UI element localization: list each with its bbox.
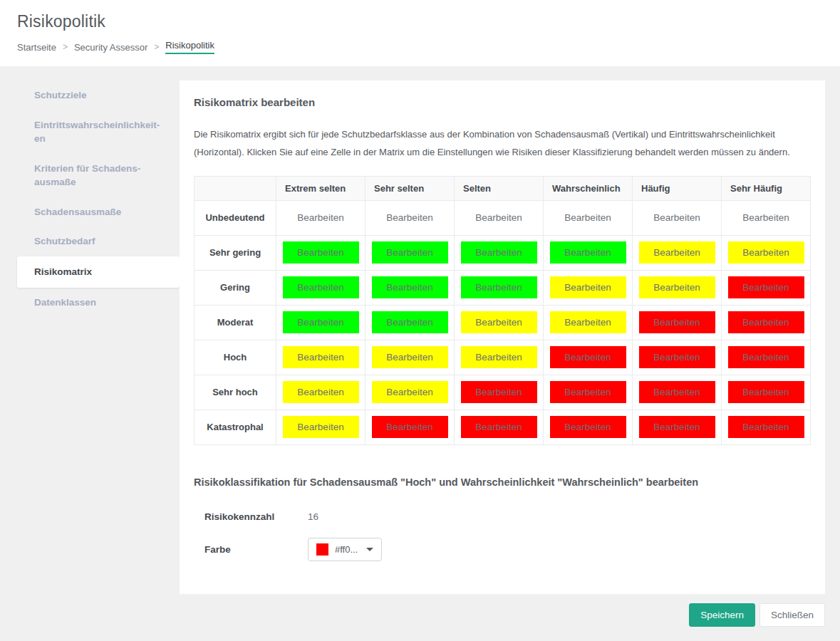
footer-actions: Speichern Schließen [689, 603, 825, 627]
matrix-cell-button[interactable]: Bearbeiten [372, 311, 448, 333]
matrix-col-header-sehr-selten: Sehr selten [365, 176, 455, 200]
matrix-row-label-sehr-gering: Sehr gering [195, 235, 276, 270]
matrix-header-row: Extrem selten Sehr selten Selten Wahrsch… [195, 176, 811, 200]
matrix-cell-button[interactable]: Bearbeiten [372, 381, 448, 403]
matrix-cell-button[interactable]: Bearbeiten [283, 207, 359, 229]
breadcrumb-current-risikopolitik[interactable]: Risikopolitik [165, 40, 214, 54]
color-row: Farbe #ff0... [204, 538, 811, 561]
sidebar-nav: Schutzziele Eintrittswahrscheinlichkeit-… [17, 80, 180, 317]
matrix-cell-button[interactable]: Bearbeiten [728, 346, 804, 368]
breadcrumb-link-security-assessor[interactable]: Security Assessor [74, 42, 147, 53]
close-button[interactable]: Schließen [759, 603, 825, 627]
risk-number-row: Risikokennzahl 16 [204, 508, 811, 526]
sidebar-item-schadensausmasse[interactable]: Schadensausmaße [17, 197, 180, 227]
matrix-cell-button[interactable]: Bearbeiten [372, 207, 448, 229]
matrix-cell-button[interactable]: Bearbeiten [461, 276, 537, 298]
matrix-cell-button[interactable]: Bearbeiten [283, 276, 359, 298]
table-row: Moderat Bearbeiten Bearbeiten Bearbeiten… [195, 305, 811, 340]
save-button[interactable]: Speichern [689, 603, 755, 627]
matrix-row-label-gering: Gering [195, 270, 276, 305]
matrix-col-header-haeufig: Häufig [633, 176, 722, 200]
risk-number-value: 16 [308, 511, 318, 522]
matrix-cell-button[interactable]: Bearbeiten [461, 381, 537, 403]
matrix-corner-cell [195, 176, 276, 200]
matrix-cell-button[interactable]: Bearbeiten [550, 416, 626, 438]
color-dropdown[interactable]: #ff0... [308, 538, 382, 561]
matrix-cell-button[interactable]: Bearbeiten [728, 241, 804, 264]
matrix-row-label-moderat: Moderat [195, 305, 276, 340]
matrix-cell-button[interactable]: Bearbeiten [372, 276, 448, 298]
breadcrumb-link-startseite[interactable]: Startseite [17, 42, 56, 53]
matrix-cell-button[interactable]: Bearbeiten [550, 241, 626, 264]
matrix-cell-button[interactable]: Bearbeiten [461, 311, 537, 333]
sidebar-item-eintrittswahrscheinlichkeiten[interactable]: Eintrittswahrscheinlichkeit- en [17, 110, 180, 154]
matrix-cell-button[interactable]: Bearbeiten [461, 207, 537, 229]
table-row: Hoch Bearbeiten Bearbeiten Bearbeiten Be… [195, 340, 811, 375]
matrix-cell-button[interactable]: Bearbeiten [639, 241, 715, 264]
table-row: Gering Bearbeiten Bearbeiten Bearbeiten … [195, 270, 811, 305]
matrix-cell-button[interactable]: Bearbeiten [639, 276, 715, 298]
matrix-col-header-extrem-selten: Extrem selten [276, 176, 365, 200]
matrix-col-header-sehr-haeufig: Sehr Häufig [722, 176, 811, 200]
matrix-cell-button[interactable]: Bearbeiten [461, 346, 537, 368]
matrix-cell-button[interactable]: Bearbeiten [728, 381, 804, 403]
matrix-cell-button[interactable]: Bearbeiten [728, 416, 804, 438]
table-row: Sehr hoch Bearbeiten Bearbeiten Bearbeit… [195, 375, 811, 410]
breadcrumb-separator: > [63, 42, 68, 52]
matrix-row-label-katastrophal: Katastrophal [195, 410, 276, 444]
chevron-down-icon [366, 548, 373, 551]
breadcrumb-separator: > [154, 42, 159, 52]
classification-heading: Risikoklassifikation für Schadensausmaß … [194, 476, 811, 488]
matrix-cell-button[interactable]: Bearbeiten [372, 241, 448, 264]
sidebar-item-kriterien-schadensausmasse[interactable]: Kriterien für Schadens- ausmaße [17, 154, 180, 197]
matrix-col-header-wahrscheinlich: Wahrscheinlich [544, 176, 633, 200]
content-panel: Risikomatrix bearbeiten Die Risikomatrix… [180, 80, 825, 594]
sidebar-item-schutzziele[interactable]: Schutzziele [17, 80, 180, 110]
sidebar-item-datenklassen[interactable]: Datenklassen [17, 288, 180, 318]
table-row: Unbedeutend Bearbeiten Bearbeiten Bearbe… [195, 200, 811, 235]
matrix-cell-button[interactable]: Bearbeiten [283, 311, 359, 333]
matrix-cell-button[interactable]: Bearbeiten [639, 207, 715, 229]
risk-number-label: Risikokennzahl [204, 511, 308, 522]
sidebar-item-schutzbedarf[interactable]: Schutzbedarf [17, 226, 180, 256]
matrix-cell-button[interactable]: Bearbeiten [550, 276, 626, 298]
section-description: Die Risikomatrix ergibt sich für jede Sc… [194, 125, 811, 162]
page-title: Risikopolitik [17, 12, 823, 31]
page-header: Risikopolitik Startseite > Security Asse… [0, 0, 840, 66]
matrix-col-header-selten: Selten [455, 176, 544, 200]
matrix-cell-button[interactable]: Bearbeiten [550, 381, 626, 403]
table-row: Katastrophal Bearbeiten Bearbeiten Bearb… [195, 410, 811, 444]
matrix-row-label-hoch: Hoch [195, 340, 276, 375]
matrix-cell-button[interactable]: Bearbeiten [550, 346, 626, 368]
matrix-row-label-unbedeutend: Unbedeutend [195, 200, 276, 235]
table-row: Sehr gering Bearbeiten Bearbeiten Bearbe… [195, 235, 811, 270]
matrix-cell-button[interactable]: Bearbeiten [639, 311, 715, 333]
risk-matrix-table: Extrem selten Sehr selten Selten Wahrsch… [194, 176, 811, 445]
color-label: Farbe [204, 544, 308, 555]
matrix-row-label-sehr-hoch: Sehr hoch [195, 375, 276, 410]
breadcrumb: Startseite > Security Assessor > Risikop… [17, 40, 823, 54]
matrix-cell-button[interactable]: Bearbeiten [550, 311, 626, 333]
color-swatch [316, 543, 328, 556]
matrix-cell-button[interactable]: Bearbeiten [283, 416, 359, 438]
matrix-cell-button[interactable]: Bearbeiten [639, 416, 715, 438]
section-title: Risikomatrix bearbeiten [194, 96, 811, 108]
matrix-cell-button[interactable]: Bearbeiten [283, 241, 359, 264]
page-body: Schutzziele Eintrittswahrscheinlichkeit-… [0, 66, 840, 641]
color-dropdown-value: #ff0... [335, 544, 358, 555]
matrix-cell-button[interactable]: Bearbeiten [728, 311, 804, 333]
matrix-cell-button[interactable]: Bearbeiten [639, 346, 715, 368]
matrix-cell-button[interactable]: Bearbeiten [283, 346, 359, 368]
matrix-cell-button[interactable]: Bearbeiten [372, 416, 448, 438]
sidebar-item-risikomatrix[interactable]: Risikomatrix [17, 256, 180, 288]
matrix-cell-button[interactable]: Bearbeiten [461, 241, 537, 264]
matrix-cell-button[interactable]: Bearbeiten [461, 416, 537, 438]
matrix-cell-button[interactable]: Bearbeiten [550, 207, 626, 229]
matrix-cell-button[interactable]: Bearbeiten [639, 381, 715, 403]
matrix-cell-button[interactable]: Bearbeiten [728, 276, 804, 298]
matrix-cell-button[interactable]: Bearbeiten [372, 346, 448, 368]
classification-form: Risikokennzahl 16 Farbe #ff0... [194, 508, 811, 561]
matrix-cell-button[interactable]: Bearbeiten [728, 207, 804, 229]
matrix-cell-button[interactable]: Bearbeiten [283, 381, 359, 403]
